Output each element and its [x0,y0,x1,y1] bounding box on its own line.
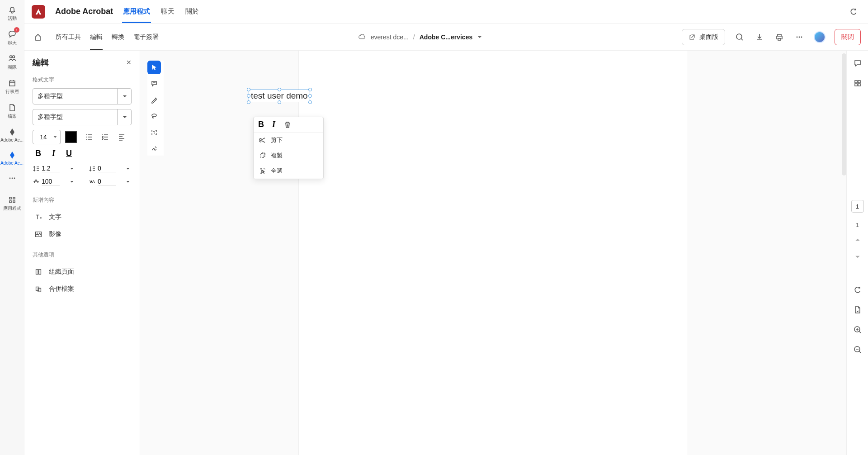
panels-button[interactable] [850,76,865,90]
canvas-tool-strip [147,61,164,156]
line-height-chevron[interactable] [70,166,74,171]
highlight-tool[interactable] [147,93,161,107]
numbered-list-button[interactable] [100,132,110,142]
breadcrumb-doc[interactable]: Adobe C...ervices [420,33,473,41]
underline-button[interactable]: U [66,149,72,158]
fit-page-button[interactable] [850,303,865,317]
nav-more[interactable] [0,172,24,185]
nav-files[interactable]: 檔案 [0,101,24,121]
tooltab-esign[interactable]: 電子簽署 [133,24,159,50]
organize-pages-button[interactable]: 組織頁面 [33,263,132,280]
panel-close[interactable]: ✕ [126,59,132,66]
refresh-button[interactable] [846,5,861,19]
horiz-scale-chevron[interactable] [70,180,74,184]
align-button[interactable] [117,132,127,142]
print-button[interactable] [774,32,785,43]
more-button[interactable] [794,32,805,43]
font-size-input[interactable]: 14 [33,130,54,144]
left-rail: 活動 1 聊天 團隊 行事曆 檔案 Adobe Ac... Adobe Ac..… [0,0,24,455]
document-page[interactable] [299,51,688,455]
tooltab-convert[interactable]: 轉換 [112,24,124,50]
add-image-button[interactable]: 影像 [33,226,132,243]
app-logo [32,5,45,19]
nav-acrobat-1[interactable]: Adobe Ac... [0,126,24,144]
text-select-tool[interactable] [147,126,161,139]
para-spacing-input[interactable]: 0 [98,165,116,172]
text-color-swatch[interactable] [65,131,77,143]
page-number-input[interactable]: 1 [851,200,864,213]
erase-tool[interactable] [147,109,161,123]
select-tool[interactable] [147,61,161,74]
resize-handle[interactable] [247,94,250,98]
horiz-scale-input[interactable]: 100 [42,178,60,185]
chevron-down-icon[interactable] [477,34,482,40]
page-up-button[interactable] [852,234,863,246]
open-external-icon [689,33,696,41]
line-height-input[interactable]: 1.2 [42,165,60,172]
breadcrumb-location[interactable]: everest dce... [371,33,409,41]
tooltab-all-tools[interactable]: 所有工具 [56,24,81,50]
italic-button[interactable]: I [52,149,55,158]
ctx-cut[interactable]: 剪下 [254,133,323,148]
ctx-copy[interactable]: 複製 [254,148,323,163]
nav-team[interactable]: 團隊 [0,52,24,72]
svg-point-1 [11,178,13,179]
nav-activity[interactable]: 活動 [0,4,24,24]
acrobat-icon [8,151,17,160]
tab-about[interactable]: 關於 [185,0,199,23]
resize-handle[interactable] [308,88,312,91]
scrollbar[interactable] [842,53,846,175]
resize-handle[interactable] [247,100,250,104]
tooltab-edit[interactable]: 編輯 [90,24,103,50]
panel-title: 編輯 [33,57,49,68]
tracking-icon: VA [89,180,96,184]
ctx-select-all[interactable]: 全選 [254,163,323,179]
comments-button[interactable] [850,56,865,71]
font-style-chevron[interactable] [117,109,132,125]
download-button[interactable] [754,32,765,43]
font-family-chevron[interactable] [117,88,132,104]
bullet-list-button[interactable] [84,132,94,142]
nav-acrobat-2[interactable]: Adobe Ac... [0,149,24,167]
scissors-icon [259,137,266,144]
tracking-input[interactable]: 0 [98,178,116,185]
nav-apps[interactable]: 應用程式 [0,194,24,213]
context-menu: B I 剪下 複製 全選 [253,117,324,179]
text-box[interactable]: test user demo [249,90,310,102]
ctx-bold-button[interactable]: B [258,120,264,129]
svg-point-6 [86,134,87,135]
nav-calendar[interactable]: 行事曆 [0,77,24,97]
resize-handle[interactable] [247,88,250,91]
page-down-button[interactable] [852,251,863,263]
desktop-version-button[interactable]: 桌面版 [682,29,725,45]
zoom-out-button[interactable] [850,342,865,357]
search-button[interactable] [734,32,745,43]
ctx-italic-button[interactable]: I [272,120,275,129]
rotate-button[interactable] [850,283,865,297]
sign-tool[interactable] [147,142,161,156]
combine-files-button[interactable]: 合併檔案 [33,280,132,298]
comment-tool[interactable] [147,77,161,90]
nav-team-label: 團隊 [8,64,17,71]
para-spacing-chevron[interactable] [126,166,130,171]
tracking-chevron[interactable] [126,180,130,184]
ctx-delete-button[interactable] [283,121,292,129]
chevron-down-icon [126,180,130,184]
pencil-icon [151,96,158,104]
cursor-icon [151,64,158,71]
resize-handle[interactable] [278,88,281,91]
add-text-button[interactable]: 文字 [33,209,132,226]
bold-button[interactable]: B [35,149,41,158]
avatar[interactable] [814,31,826,43]
add-text-icon [34,213,42,221]
resize-handle[interactable] [308,100,312,104]
nav-chat[interactable]: 1 聊天 [0,28,24,48]
close-button[interactable]: 關閉 [835,29,861,45]
zoom-in-button[interactable] [850,322,865,337]
add-text-label: 文字 [49,213,61,221]
resize-handle[interactable] [278,100,281,104]
resize-handle[interactable] [308,94,312,98]
tab-chat[interactable]: 聊天 [161,0,175,23]
tab-apps[interactable]: 應用程式 [123,0,150,23]
home-button[interactable] [27,28,50,46]
